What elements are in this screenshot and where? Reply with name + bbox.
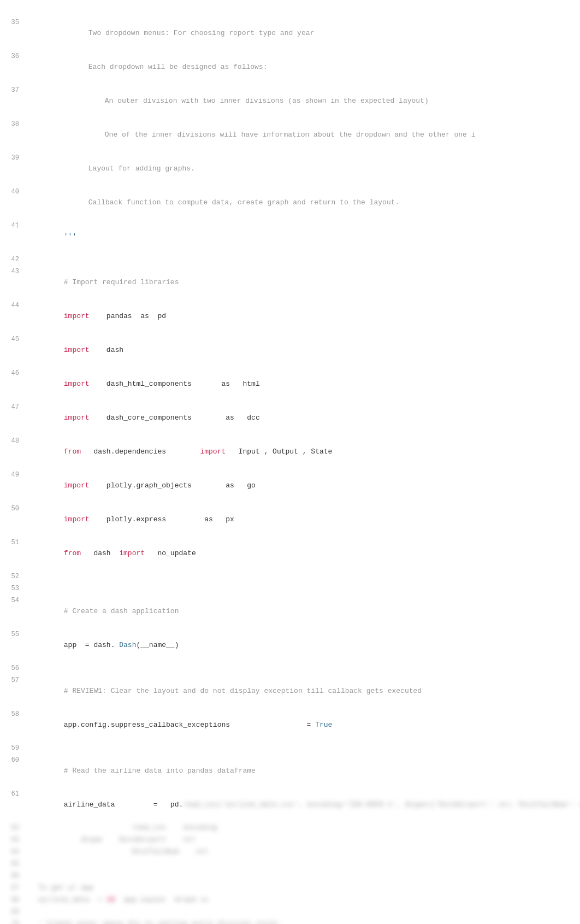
- line-59: 59: [0, 742, 580, 754]
- line-65: 65: [0, 858, 580, 870]
- line-70: 70 ' Create outer space div to setting e…: [0, 918, 580, 924]
- line-38: 38 One of the inner divisions will have …: [0, 118, 580, 152]
- line-46: 46 import dash_html_components as html: [0, 367, 580, 401]
- line-40: 40 Callback function to compute data, cr…: [0, 186, 580, 220]
- line-58: 58 app.config.suppress_callback_exceptio…: [0, 708, 580, 742]
- code-editor: 35 Two dropdown menus: For choosing repo…: [0, 11, 580, 924]
- line-66: 66: [0, 870, 580, 882]
- line-39: 39 Layout for adding graphs.: [0, 152, 580, 186]
- line-60: 60 # Read the airline data into pandas d…: [0, 754, 580, 788]
- line-68: 68 airline_data = 10 app.layout dropd xx: [0, 894, 580, 906]
- line-52: 52: [0, 570, 580, 582]
- line-45: 45 import dash: [0, 333, 580, 367]
- line-54: 54 # Create a dash application: [0, 595, 580, 628]
- line-53: 53: [0, 582, 580, 595]
- line-57: 57 # REVIEW1: Clear the layout and do no…: [0, 674, 580, 708]
- line-47: 47 import dash_core_components as dcc: [0, 401, 580, 435]
- line-36: 36 Each dropdown will be designed as fol…: [0, 50, 580, 84]
- line-50: 50 import plotly.express as px: [0, 503, 580, 537]
- line-63: 63 dtype Div1Airport str: [0, 834, 580, 846]
- line-56: 56: [0, 662, 580, 674]
- line-44: 44 import pandas as pd: [0, 299, 580, 333]
- line-69: 69: [0, 906, 580, 918]
- line-51: 51 from dash import no_update: [0, 537, 580, 570]
- line-55: 55 app = dash. Dash(__name__): [0, 628, 580, 662]
- line-49: 49 import plotly.graph_objects as go: [0, 469, 580, 503]
- line-43: 43 # Import required libraries: [0, 266, 580, 299]
- line-41: 41 ''': [0, 220, 580, 254]
- line-61: 61 airline_data = pd.read_csv('airline_d…: [0, 788, 580, 822]
- line-64: 64 Div1TailNum str: [0, 846, 580, 858]
- line-37: 37 An outer division with two inner divi…: [0, 84, 580, 118]
- line-62: 62 read_csv encoding: [0, 822, 580, 834]
- line-35: 35 Two dropdown menus: For choosing repo…: [0, 16, 580, 50]
- line-48: 48 from dash.dependencies import Input ,…: [0, 435, 580, 469]
- line-42: 42: [0, 254, 580, 266]
- line-67: 67 To get yr app: [0, 882, 580, 894]
